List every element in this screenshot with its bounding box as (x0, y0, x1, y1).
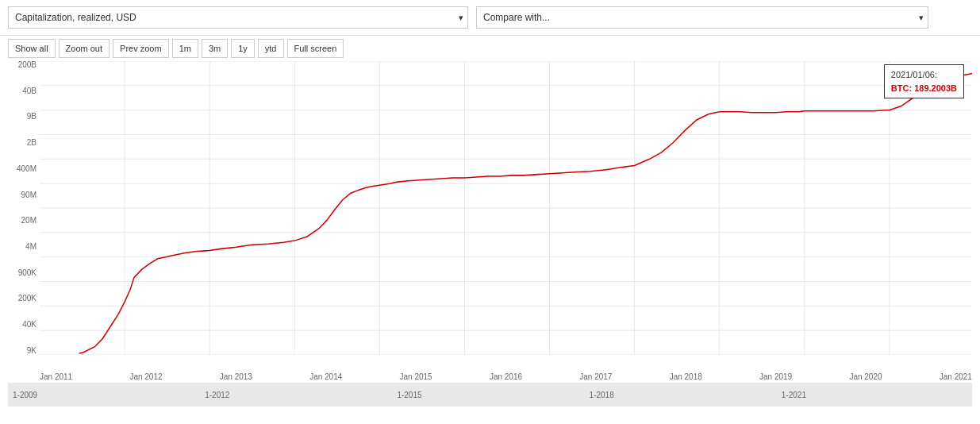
y-label-3: 2B (8, 139, 40, 147)
nav-label-0: 1-2009 (10, 391, 202, 399)
nav-label-3: 1-2018 (586, 391, 778, 399)
navigator[interactable]: 1-2009 1-2012 1-2015 1-2018 1-2021 (8, 383, 972, 407)
chart-canvas[interactable]: 2021/01/06: BTC: 189.2003B (40, 61, 972, 355)
x-axis: Jan 2011 Jan 2012 Jan 2013 Jan 2014 Jan … (0, 371, 980, 383)
1y-button[interactable]: 1y (231, 39, 255, 58)
x-label-9: Jan 2020 (849, 372, 882, 381)
y-label-6: 20M (8, 217, 40, 225)
3m-button[interactable]: 3m (202, 39, 228, 58)
full-screen-button[interactable]: Full screen (287, 39, 344, 58)
metric-dropdown[interactable]: Capitalization, realized, USD (8, 6, 468, 29)
tooltip-value: 189.2003B (914, 83, 957, 93)
tooltip-value-row: BTC: 189.2003B (891, 82, 957, 95)
y-label-10: 40K (8, 321, 40, 329)
y-label-9: 200K (8, 295, 40, 303)
x-label-0: Jan 2011 (40, 372, 72, 381)
y-label-4: 400M (8, 165, 40, 173)
y-axis: 200B 40B 9B 2B 400M 90M 20M 4M 900K 200K… (8, 61, 40, 355)
y-label-0: 200B (8, 61, 40, 69)
x-label-5: Jan 2016 (490, 372, 522, 381)
y-label-8: 900K (8, 269, 40, 277)
y-label-11: 9K (8, 347, 40, 355)
nav-label-2: 1-2015 (394, 391, 586, 399)
x-label-4: Jan 2015 (400, 372, 432, 381)
y-label-5: 90M (8, 191, 40, 199)
ytd-button[interactable]: ytd (258, 39, 284, 58)
top-controls: Capitalization, realized, USD Compare wi… (0, 0, 980, 36)
x-label-7: Jan 2018 (670, 372, 702, 381)
tooltip-date: 2021/01/06: (891, 68, 957, 82)
button-row: Show all Zoom out Prev zoom 1m 3m 1y ytd… (0, 36, 980, 61)
1m-button[interactable]: 1m (172, 39, 198, 58)
zoom-out-button[interactable]: Zoom out (59, 39, 110, 58)
tooltip-label: BTC: (891, 83, 914, 93)
y-label-2: 9B (8, 113, 40, 121)
compare-dropdown-wrap[interactable]: Compare with... (476, 6, 928, 29)
compare-dropdown[interactable]: Compare with... (476, 6, 928, 29)
x-label-6: Jan 2017 (579, 372, 612, 381)
x-label-1: Jan 2012 (129, 372, 162, 381)
prev-zoom-button[interactable]: Prev zoom (113, 39, 169, 58)
y-label-1: 40B (8, 87, 40, 95)
y-label-7: 4M (8, 243, 40, 251)
chart-svg (40, 61, 972, 355)
nav-label-4: 1-2021 (778, 391, 970, 399)
nav-label-1: 1-2012 (202, 391, 394, 399)
chart-area: 200B 40B 9B 2B 400M 90M 20M 4M 900K 200K… (8, 61, 972, 371)
metric-dropdown-wrap[interactable]: Capitalization, realized, USD (8, 6, 468, 29)
nav-labels: 1-2009 1-2012 1-2015 1-2018 1-2021 (8, 391, 972, 399)
x-label-2: Jan 2013 (220, 372, 252, 381)
show-all-button[interactable]: Show all (8, 39, 56, 58)
x-label-10: Jan 2021 (940, 372, 972, 381)
x-label-8: Jan 2019 (759, 372, 792, 381)
chart-tooltip: 2021/01/06: BTC: 189.2003B (884, 64, 964, 98)
x-label-3: Jan 2014 (309, 372, 342, 381)
